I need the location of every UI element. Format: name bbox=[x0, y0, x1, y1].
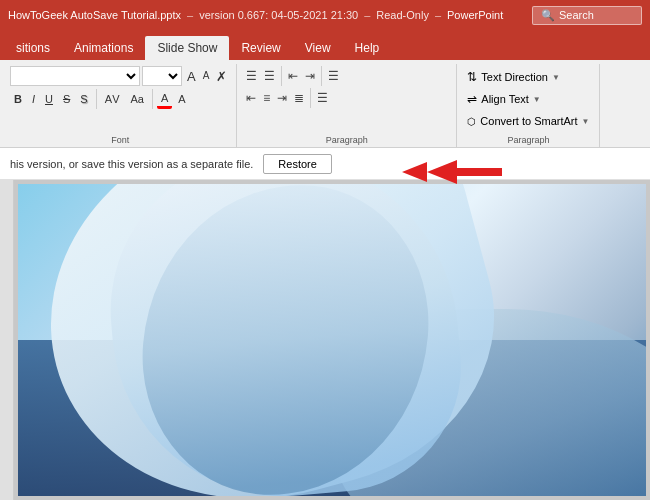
align-right-btn[interactable]: ⇥ bbox=[274, 89, 290, 107]
separator: – bbox=[187, 9, 193, 21]
info-message: his version, or save this version as a s… bbox=[10, 158, 253, 170]
search-box[interactable]: 🔍 Search bbox=[532, 6, 642, 25]
title-bar: HowToGeek AutoSave Tutorial.pptx – versi… bbox=[0, 0, 650, 30]
change-case-btn[interactable]: Aa bbox=[127, 91, 148, 107]
align-text-btn[interactable]: ⇌ Align Text ▼ bbox=[463, 88, 593, 110]
paragraph-group: ☰ ☰ ⇤ ⇥ ☰ ⇤ ≡ ⇥ ≣ ☰ Paragraph bbox=[237, 64, 457, 147]
read-only-status: Read-Only bbox=[376, 9, 429, 21]
convert-smartart-label: Convert to SmartArt bbox=[480, 115, 577, 127]
filename: HowToGeek AutoSave Tutorial.pptx bbox=[8, 9, 181, 21]
columns-btn[interactable]: ☰ bbox=[325, 67, 342, 85]
decrease-font-btn[interactable]: A bbox=[200, 69, 213, 84]
tab-review[interactable]: Review bbox=[229, 36, 292, 60]
search-label: Search bbox=[559, 9, 594, 21]
underline-btn[interactable]: U bbox=[41, 91, 57, 107]
increase-font-btn[interactable]: A bbox=[184, 69, 199, 84]
tab-help[interactable]: Help bbox=[343, 36, 392, 60]
char-spacing-btn[interactable]: AV bbox=[101, 91, 125, 107]
font-color-btn[interactable]: A bbox=[157, 90, 172, 109]
tab-transitions[interactable]: sitions bbox=[4, 36, 62, 60]
font-group-label: Font bbox=[4, 135, 236, 145]
slide-content bbox=[18, 184, 646, 496]
line-spacing-btn[interactable]: ☰ bbox=[314, 89, 331, 107]
text-dir-group-label: Paragraph bbox=[457, 135, 599, 145]
align-text-label: Align Text bbox=[481, 93, 529, 105]
italic-btn[interactable]: I bbox=[28, 91, 39, 107]
font-size-select[interactable] bbox=[142, 66, 182, 86]
increase-indent-btn[interactable]: ⇥ bbox=[302, 67, 318, 85]
search-icon: 🔍 bbox=[541, 9, 555, 22]
main-area bbox=[0, 180, 650, 500]
convert-smartart-icon: ⬡ bbox=[467, 116, 476, 127]
font-name-select[interactable] bbox=[10, 66, 140, 86]
bold-btn[interactable]: B bbox=[10, 91, 26, 107]
text-direction-icon: ⇅ bbox=[467, 70, 477, 84]
font-group: A A ✗ B I U S S AV Aa A A Font bbox=[4, 64, 237, 147]
align-text-icon: ⇌ bbox=[467, 92, 477, 106]
text-direction-group: ⇅ Text Direction ▼ ⇌ Align Text ▼ ⬡ Conv… bbox=[457, 64, 600, 147]
numbered-list-btn[interactable]: ☰ bbox=[261, 67, 278, 85]
separator3: – bbox=[435, 9, 441, 21]
title-bar-left: HowToGeek AutoSave Tutorial.pptx – versi… bbox=[8, 9, 503, 21]
justify-btn[interactable]: ≣ bbox=[291, 89, 307, 107]
svg-marker-1 bbox=[402, 162, 427, 182]
tab-animations[interactable]: Animations bbox=[62, 36, 145, 60]
text-direction-label: Text Direction bbox=[481, 71, 548, 83]
slide-canvas-area bbox=[14, 180, 650, 500]
slide-background bbox=[18, 184, 646, 496]
version: version 0.667: 04-05-2021 21:30 bbox=[199, 9, 358, 21]
convert-smartart-btn[interactable]: ⬡ Convert to SmartArt ▼ bbox=[463, 110, 593, 132]
align-left-btn[interactable]: ⇤ bbox=[243, 89, 259, 107]
app-name: PowerPoint bbox=[447, 9, 503, 21]
title-bar-right: 🔍 Search bbox=[532, 6, 642, 25]
clear-format-btn[interactable]: ✗ bbox=[213, 69, 230, 84]
shadow-btn[interactable]: S bbox=[76, 91, 91, 107]
info-bar: his version, or save this version as a s… bbox=[0, 148, 650, 180]
align-center-btn[interactable]: ≡ bbox=[260, 89, 273, 107]
align-text-dropdown-arrow: ▼ bbox=[533, 95, 541, 104]
restore-button[interactable]: Restore bbox=[263, 154, 332, 174]
slide-panel bbox=[0, 180, 14, 500]
strikethrough-btn[interactable]: S bbox=[59, 91, 74, 107]
paragraph-group-label: Paragraph bbox=[237, 135, 456, 145]
decrease-indent-btn[interactable]: ⇤ bbox=[285, 67, 301, 85]
convert-smartart-dropdown-arrow: ▼ bbox=[582, 117, 590, 126]
text-highlight-btn[interactable]: A bbox=[174, 91, 189, 107]
ribbon: A A ✗ B I U S S AV Aa A A Font bbox=[0, 60, 650, 148]
text-direction-dropdown-arrow: ▼ bbox=[552, 73, 560, 82]
tab-slideshow[interactable]: Slide Show bbox=[145, 36, 229, 60]
bullet-list-btn[interactable]: ☰ bbox=[243, 67, 260, 85]
separator2: – bbox=[364, 9, 370, 21]
text-direction-btn[interactable]: ⇅ Text Direction ▼ bbox=[463, 66, 593, 88]
ribbon-tabs: sitions Animations Slide Show Review Vie… bbox=[0, 30, 650, 60]
tab-view[interactable]: View bbox=[293, 36, 343, 60]
